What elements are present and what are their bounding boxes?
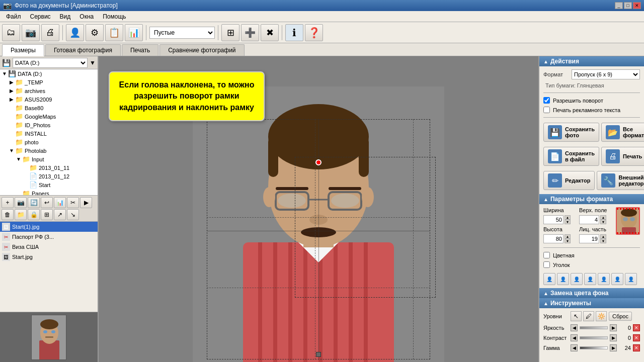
- contrast-clear[interactable]: ✕: [633, 334, 640, 341]
- editor-button[interactable]: ✏ Редактор: [543, 171, 595, 190]
- toolbar-grid-button[interactable]: ⊞: [221, 24, 239, 41]
- photo-canvas[interactable]: Если голова наклонена, то можно разрешит…: [99, 56, 538, 362]
- brightness-slider[interactable]: [580, 326, 608, 329]
- file-item-passport[interactable]: ✂ Паспорт РФ (3...: [0, 232, 98, 242]
- toolbar-scan-button[interactable]: 🖨: [41, 24, 59, 41]
- file-item-visa[interactable]: ✂ Виза США: [0, 242, 98, 252]
- tree-item-2013-01-12[interactable]: 📄 2013_01_12: [0, 172, 98, 180]
- tool-btn-11[interactable]: ⊞: [41, 209, 53, 220]
- corner-style-2[interactable]: 👤: [557, 273, 569, 285]
- tool-btn-6[interactable]: ✂: [67, 197, 79, 208]
- menu-help[interactable]: Помощь: [99, 12, 130, 21]
- brightness-down-arrow[interactable]: ◀: [571, 324, 578, 331]
- tree-item-input[interactable]: ▼ 📁 Input: [0, 155, 98, 163]
- toolbar-settings-button[interactable]: ⚙: [86, 24, 104, 41]
- tree-item-archives[interactable]: ▶ 📁 archives: [0, 86, 98, 95]
- all-formats-button[interactable]: 📂 Всеформаты: [601, 123, 644, 142]
- save-file-button[interactable]: 📄 Сохранитьв файл: [543, 147, 599, 166]
- file-item-start[interactable]: 🖼 Start.jpg: [0, 252, 98, 262]
- tree-item-start[interactable]: 📄 Start: [0, 180, 98, 189]
- menu-view[interactable]: Вид: [56, 12, 75, 21]
- corner-style-1[interactable]: 👤: [543, 273, 555, 285]
- tree-item-base80[interactable]: 📁 Base80: [0, 104, 98, 112]
- toolbar-person-button[interactable]: 👤: [66, 24, 84, 41]
- top-spin-down[interactable]: ▼: [600, 220, 606, 224]
- drive-dropdown[interactable]: DATA (D:): [13, 58, 88, 68]
- height-spin-down[interactable]: ▼: [565, 239, 571, 243]
- tree-item-asus2009[interactable]: ▶ 📁 ASUS2009: [0, 95, 98, 104]
- width-spin-up[interactable]: ▲: [565, 215, 571, 220]
- allow-rotation-checkbox[interactable]: [543, 97, 550, 104]
- corner-style-4[interactable]: 👤: [584, 273, 596, 285]
- tool-btn-2[interactable]: 📷: [15, 197, 27, 208]
- tab-sizes[interactable]: Размеры: [2, 44, 44, 56]
- menu-windows[interactable]: Окна: [75, 12, 98, 21]
- brightness-clear[interactable]: ✕: [633, 324, 640, 331]
- external-editor-button[interactable]: 🔧 Внешнийредактор: [597, 171, 644, 190]
- tree-item-install[interactable]: 📁 INSTALL: [0, 129, 98, 138]
- face-spin-up[interactable]: ▲: [600, 234, 606, 239]
- reset-button[interactable]: Сброс: [609, 312, 632, 321]
- tool-btn-8[interactable]: 🗑: [2, 209, 14, 220]
- tool-btn-4[interactable]: ↩: [41, 197, 53, 208]
- height-spin-up[interactable]: ▲: [565, 234, 571, 239]
- menu-file[interactable]: Файл: [2, 12, 25, 21]
- expand-icon[interactable]: ▶: [8, 79, 15, 85]
- brightness-up-arrow[interactable]: ▶: [610, 324, 617, 331]
- tool-btn-13[interactable]: ↘: [67, 209, 79, 220]
- maximize-button[interactable]: □: [624, 2, 632, 9]
- levels-light-icon[interactable]: 🔆: [596, 311, 607, 321]
- toolbar-open-button[interactable]: 🗂: [2, 24, 20, 41]
- levels-dark-icon[interactable]: 🖊: [583, 311, 594, 321]
- tree-item-temp[interactable]: ▶ 📁 _TEMP: [0, 78, 98, 86]
- save-photo-button[interactable]: 💾 Сохранитьфото: [543, 123, 599, 142]
- tree-item-2013-01-11[interactable]: 📁 2013_01_11: [0, 163, 98, 172]
- tool-btn-10[interactable]: 🔒: [28, 209, 40, 220]
- contrast-slider[interactable]: [580, 336, 608, 339]
- tree-item-papers[interactable]: 📁 Papers: [0, 189, 98, 195]
- tree-item-photo[interactable]: 📁 photo: [0, 138, 98, 146]
- gamma-clear[interactable]: ✕: [633, 344, 640, 351]
- gamma-up-arrow[interactable]: ▶: [610, 344, 617, 351]
- contrast-up-arrow[interactable]: ▶: [610, 334, 617, 341]
- expand-icon[interactable]: ▶: [8, 88, 15, 94]
- print-ad-checkbox[interactable]: [543, 107, 550, 113]
- tab-print[interactable]: Печать: [122, 44, 158, 56]
- expand-icon[interactable]: ▼: [8, 148, 15, 153]
- toolbar-list-button[interactable]: 📋: [105, 24, 123, 41]
- tool-btn-9[interactable]: 📁: [15, 209, 27, 220]
- tool-btn-12[interactable]: ↗: [54, 209, 66, 220]
- toolbar-camera-button[interactable]: 📷: [22, 24, 40, 41]
- tool-btn-7[interactable]: ▶: [80, 197, 92, 208]
- top-spin-up[interactable]: ▲: [600, 215, 606, 220]
- top-input[interactable]: [579, 215, 599, 224]
- corner-style-5[interactable]: 👤: [598, 273, 610, 285]
- face-input[interactable]: [579, 234, 599, 243]
- format-select-dropdown[interactable]: Пропуск (6 x 9): [572, 69, 640, 79]
- width-spin-down[interactable]: ▼: [565, 220, 571, 224]
- gamma-down-arrow[interactable]: ◀: [571, 344, 578, 351]
- drive-expand-icon[interactable]: ▼: [90, 59, 96, 66]
- levels-select-icon[interactable]: ↖: [571, 311, 582, 321]
- gamma-slider[interactable]: [580, 346, 608, 349]
- tree-item-googlemaps[interactable]: 📁 GoogleMaps: [0, 112, 98, 121]
- toolbar-info2-button[interactable]: ℹ: [285, 24, 303, 41]
- corner-style-7[interactable]: 👤: [625, 273, 637, 285]
- expand-icon[interactable]: ▶: [8, 97, 15, 102]
- contrast-down-arrow[interactable]: ◀: [571, 334, 578, 341]
- corner-checkbox[interactable]: [543, 261, 550, 268]
- toolbar-info-button[interactable]: 📊: [125, 24, 143, 41]
- corner-style-3[interactable]: 👤: [571, 273, 583, 285]
- tab-ready-photo[interactable]: Готовая фотография: [45, 44, 121, 56]
- expand-icon[interactable]: ▼: [15, 156, 22, 162]
- toolbar-help-button[interactable]: ❓: [305, 24, 323, 41]
- tree-item-id-photos[interactable]: 📁 ID_Photos: [0, 121, 98, 129]
- tool-btn-5[interactable]: 📊: [54, 197, 66, 208]
- minimize-button[interactable]: _: [615, 2, 623, 9]
- toolbar-delete-button[interactable]: ✖: [261, 24, 279, 41]
- close-button[interactable]: ✕: [633, 2, 641, 9]
- corner-style-6[interactable]: 👤: [611, 273, 623, 285]
- expand-icon[interactable]: ▼: [1, 71, 8, 76]
- file-item-start1[interactable]: 🖼 Start(1).jpg: [0, 222, 98, 232]
- print-button[interactable]: 🖨 Печать: [601, 147, 644, 166]
